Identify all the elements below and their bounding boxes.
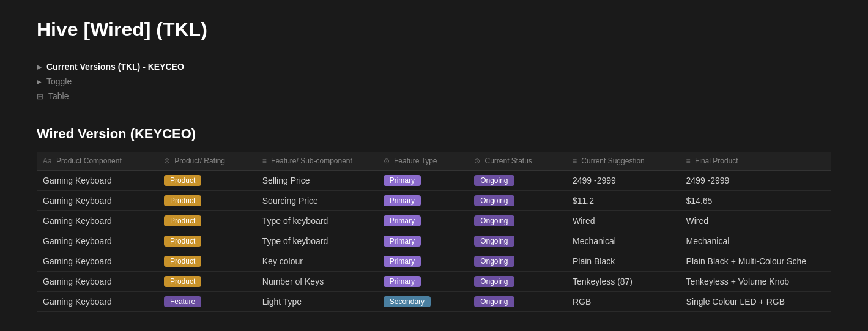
cell-component: Gaming Keyboard bbox=[37, 292, 158, 312]
col-header-rating: ⊙ Product/ Rating bbox=[158, 152, 256, 171]
cell-status: Ongoing bbox=[468, 231, 566, 251]
cell-feature: Type of keyboard bbox=[256, 231, 377, 251]
col-icon-type: ⊙ bbox=[384, 157, 390, 165]
cell-component: Gaming Keyboard bbox=[37, 171, 158, 191]
cell-feature: Selling Price bbox=[256, 171, 377, 191]
section-divider bbox=[37, 116, 831, 116]
col-header-type: ⊙ Feature Type bbox=[377, 152, 468, 171]
table-row: Gaming Keyboard Product Type of keyboard… bbox=[37, 211, 831, 231]
nav-label-table: Table bbox=[48, 91, 69, 101]
cell-component: Gaming Keyboard bbox=[37, 272, 158, 292]
table-header-row: Aa Product Component ⊙ Product/ Rating ≡… bbox=[37, 152, 831, 171]
cell-suggestion: Plain Black bbox=[566, 251, 680, 272]
rating-badge: Feature bbox=[164, 296, 201, 307]
cell-status: Ongoing bbox=[468, 171, 566, 191]
cell-status: Ongoing bbox=[468, 191, 566, 211]
cell-final: Tenkeyless + Volume Knob bbox=[680, 272, 831, 292]
status-badge: Ongoing bbox=[474, 215, 514, 226]
cell-feature: Light Type bbox=[256, 292, 377, 312]
col-icon-status: ⊙ bbox=[474, 157, 480, 165]
col-icon-final: ≡ bbox=[686, 157, 691, 165]
col-header-suggestion: ≡ Current Suggestion bbox=[566, 152, 680, 171]
cell-final: $14.65 bbox=[680, 191, 831, 211]
col-header-status: ⊙ Current Status bbox=[468, 152, 566, 171]
table-wrapper: Aa Product Component ⊙ Product/ Rating ≡… bbox=[37, 152, 831, 312]
col-icon-component: Aa bbox=[43, 157, 52, 165]
nav-label-versions: Current Versions (TKL) - KEYCEO bbox=[46, 62, 184, 72]
nav-item-versions[interactable]: ▶ Current Versions (TKL) - KEYCEO bbox=[37, 59, 831, 74]
cell-status: Ongoing bbox=[468, 251, 566, 272]
cell-feature-type: Primary bbox=[377, 211, 468, 231]
col-header-feature: ≡ Feature/ Sub-component bbox=[256, 152, 377, 171]
table-body: Gaming Keyboard Product Selling Price Pr… bbox=[37, 171, 831, 312]
cell-rating: Product bbox=[158, 251, 256, 272]
cell-rating: Product bbox=[158, 171, 256, 191]
status-badge: Ongoing bbox=[474, 256, 514, 267]
status-badge: Ongoing bbox=[474, 236, 514, 247]
rating-badge: Product bbox=[164, 236, 201, 247]
col-icon-suggestion: ≡ bbox=[573, 157, 577, 165]
cell-component: Gaming Keyboard bbox=[37, 191, 158, 211]
cell-feature-type: Primary bbox=[377, 231, 468, 251]
nav-item-table[interactable]: ⊞ Table bbox=[37, 89, 831, 103]
cell-feature-type: Primary bbox=[377, 272, 468, 292]
feature-type-badge: Primary bbox=[384, 195, 421, 206]
table-row: Gaming Keyboard Product Sourcing Price P… bbox=[37, 191, 831, 211]
cell-status: Ongoing bbox=[468, 292, 566, 312]
cell-suggestion: Tenkeyless (87) bbox=[566, 272, 680, 292]
cell-status: Ongoing bbox=[468, 211, 566, 231]
cell-final: Plain Black + Multi-Colour Sche bbox=[680, 251, 831, 272]
cell-suggestion: Mechanical bbox=[566, 231, 680, 251]
feature-type-badge: Primary bbox=[384, 256, 421, 267]
table-row: Gaming Keyboard Product Key colour Prima… bbox=[37, 251, 831, 272]
rating-badge: Product bbox=[164, 215, 201, 226]
cell-feature: Key colour bbox=[256, 251, 377, 272]
page-title: Hive [Wired] (TKL) bbox=[37, 18, 831, 41]
table-row: Gaming Keyboard Product Type of keyboard… bbox=[37, 231, 831, 251]
status-badge: Ongoing bbox=[474, 276, 514, 287]
table-row: Gaming Keyboard Product Number of Keys P… bbox=[37, 272, 831, 292]
nav-item-toggle[interactable]: ▶ Toggle bbox=[37, 74, 831, 89]
col-icon-feature: ≡ bbox=[262, 157, 267, 165]
cell-feature-type: Primary bbox=[377, 171, 468, 191]
cell-component: Gaming Keyboard bbox=[37, 211, 158, 231]
cell-final: Mechanical bbox=[680, 231, 831, 251]
cell-suggestion: Wired bbox=[566, 211, 680, 231]
main-table: Aa Product Component ⊙ Product/ Rating ≡… bbox=[37, 152, 831, 312]
cell-feature-type: Primary bbox=[377, 191, 468, 211]
cell-feature: Number of Keys bbox=[256, 272, 377, 292]
nav-label-toggle: Toggle bbox=[46, 76, 72, 86]
feature-type-badge: Secondary bbox=[384, 296, 431, 307]
cell-rating: Product bbox=[158, 211, 256, 231]
feature-type-badge: Primary bbox=[384, 175, 421, 186]
table-icon: ⊞ bbox=[37, 92, 43, 101]
status-badge: Ongoing bbox=[474, 296, 514, 307]
status-badge: Ongoing bbox=[474, 175, 514, 186]
cell-final: Single Colour LED + RGB bbox=[680, 292, 831, 312]
cell-component: Gaming Keyboard bbox=[37, 231, 158, 251]
table-row: Gaming Keyboard Feature Light Type Secon… bbox=[37, 292, 831, 312]
arrow-icon-2: ▶ bbox=[37, 78, 42, 85]
cell-rating: Product bbox=[158, 191, 256, 211]
rating-badge: Product bbox=[164, 256, 201, 267]
status-badge: Ongoing bbox=[474, 195, 514, 206]
feature-type-badge: Primary bbox=[384, 276, 421, 287]
arrow-icon-1: ▶ bbox=[37, 64, 42, 70]
cell-feature-type: Primary bbox=[377, 251, 468, 272]
cell-status: Ongoing bbox=[468, 272, 566, 292]
cell-final: 2499 -2999 bbox=[680, 171, 831, 191]
feature-type-badge: Primary bbox=[384, 215, 421, 226]
cell-feature-type: Secondary bbox=[377, 292, 468, 312]
nav-section: ▶ Current Versions (TKL) - KEYCEO ▶ Togg… bbox=[37, 59, 831, 103]
cell-rating: Feature bbox=[158, 292, 256, 312]
cell-component: Gaming Keyboard bbox=[37, 251, 158, 272]
cell-feature: Sourcing Price bbox=[256, 191, 377, 211]
cell-rating: Product bbox=[158, 272, 256, 292]
rating-badge: Product bbox=[164, 175, 201, 186]
cell-rating: Product bbox=[158, 231, 256, 251]
cell-feature: Type of keyboard bbox=[256, 211, 377, 231]
cell-suggestion: 2499 -2999 bbox=[566, 171, 680, 191]
rating-badge: Product bbox=[164, 195, 201, 206]
cell-suggestion: RGB bbox=[566, 292, 680, 312]
col-header-final: ≡ Final Product bbox=[680, 152, 831, 171]
